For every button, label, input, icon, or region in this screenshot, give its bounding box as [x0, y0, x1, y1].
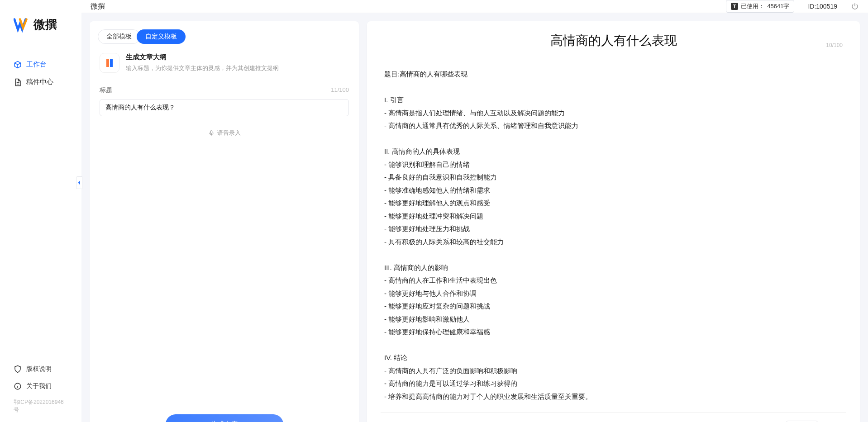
- shield-icon: [14, 365, 22, 373]
- power-icon[interactable]: [851, 2, 859, 10]
- generate-button[interactable]: 生成内容: [166, 414, 283, 422]
- usage-prefix: 已使用：: [741, 2, 764, 10]
- sidebar: 微撰 工作台 稿件中心 版权说明 关于我们 鄂ICP备2022016946号: [0, 0, 81, 422]
- nav-item-drafts[interactable]: 稿件中心: [0, 73, 81, 91]
- tab-custom-template[interactable]: 自定义模板: [137, 29, 186, 44]
- sidebar-nav: 工作台 稿件中心: [0, 47, 81, 360]
- output-title: 高情商的人有什么表现: [381, 32, 846, 49]
- main: 微撰 T 已使用： 45641字 ID:100519 全部模板 自定义模板: [81, 0, 868, 422]
- usage-badge[interactable]: T 已使用： 45641字: [726, 0, 794, 13]
- collapse-sidebar-button[interactable]: [76, 176, 82, 189]
- content: 全部模板 自定义模板 生成文章大纲 输入标题，为你提供文章主体的灵感，并为其创建…: [81, 13, 868, 422]
- outline-icon: [100, 53, 119, 73]
- logo-text: 微撰: [33, 17, 57, 33]
- nav-label: 版权说明: [26, 365, 52, 373]
- output-body[interactable]: 题目:高情商的人有哪些表现 I. 引言 - 高情商是指人们处理情绪、与他人互动以…: [367, 59, 860, 412]
- icp-text: 鄂ICP备2022016946号: [0, 395, 81, 417]
- tab-all-templates[interactable]: 全部模板: [98, 29, 140, 44]
- output-title-count: 10/100: [826, 42, 843, 48]
- output-header: 高情商的人有什么表现 10/100: [367, 21, 860, 59]
- text-count-icon: T: [731, 3, 738, 10]
- template-tabs: 全部模板 自定义模板: [90, 21, 359, 48]
- microphone-icon: [208, 130, 215, 136]
- input-panel: 全部模板 自定义模板 生成文章大纲 输入标题，为你提供文章主体的灵感，并为其创建…: [90, 21, 359, 422]
- voice-label: 语音录入: [217, 129, 241, 137]
- user-id: ID:100519: [808, 3, 837, 10]
- nav-item-about[interactable]: 关于我们: [0, 378, 81, 395]
- title-label: 标题: [100, 86, 112, 95]
- info-icon: [14, 382, 22, 390]
- chevron-left-icon: [77, 180, 81, 185]
- logo-icon: [14, 16, 31, 33]
- topbar: 微撰 T 已使用： 45641字 ID:100519: [81, 0, 868, 13]
- nav-item-workspace[interactable]: 工作台: [0, 56, 81, 73]
- title-char-count: 11/100: [331, 86, 349, 95]
- usage-value: 45641字: [767, 2, 789, 10]
- sidebar-bottom: 版权说明 关于我们 鄂ICP备2022016946号: [0, 360, 81, 422]
- logo[interactable]: 微撰: [0, 0, 81, 47]
- breadcrumb: 微撰: [91, 2, 105, 11]
- title-field-section: 标题 11/100: [90, 82, 359, 121]
- output-panel: 高情商的人有什么表现 10/100 题目:高情商的人有哪些表现 I. 引言 - …: [367, 21, 860, 422]
- divider: [394, 54, 833, 54]
- nav-label: 关于我们: [26, 382, 52, 390]
- template-desc: 输入标题，为你提供文章主体的灵感，并为其创建推文提纲: [126, 64, 279, 72]
- output-footer: 复制 404字: [381, 412, 846, 422]
- nav-item-copyright[interactable]: 版权说明: [0, 360, 81, 378]
- voice-input-button[interactable]: 语音录入: [90, 121, 359, 145]
- nav-label: 工作台: [26, 60, 47, 69]
- template-title: 生成文章大纲: [126, 53, 279, 62]
- svg-rect-3: [210, 131, 212, 134]
- nav-label: 稿件中心: [26, 78, 53, 86]
- title-input[interactable]: [100, 99, 349, 116]
- template-card: 生成文章大纲 输入标题，为你提供文章主体的灵感，并为其创建推文提纲: [90, 48, 359, 82]
- document-icon: [14, 78, 22, 86]
- cube-icon: [14, 61, 22, 69]
